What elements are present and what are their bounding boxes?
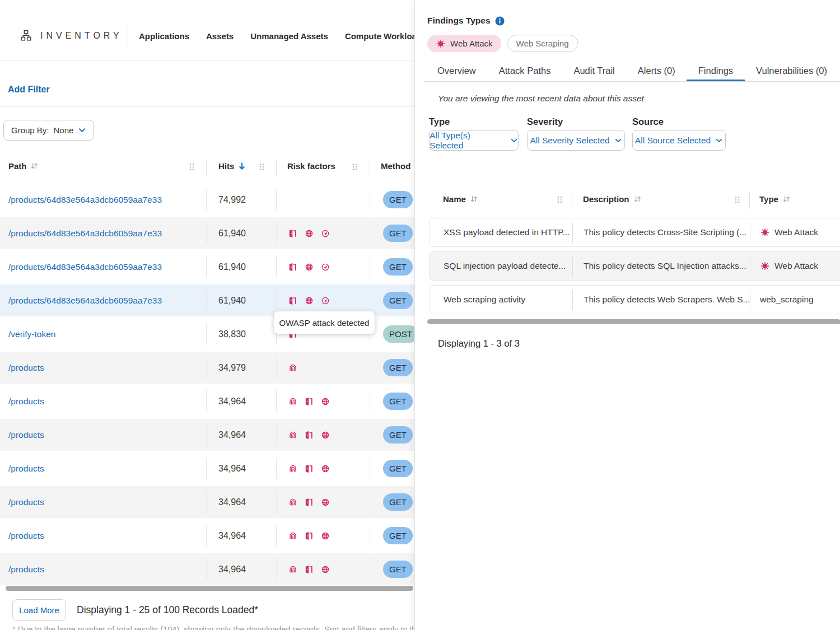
fingerprint-icon[interactable] [288, 464, 298, 474]
table-row[interactable]: /products/64d83e564a3dcb6059aa7e33 61,94… [0, 217, 414, 249]
drag-handle-icon[interactable] [188, 162, 196, 171]
group-by-dropdown[interactable]: Group By: None [3, 120, 94, 141]
paper-plane-icon[interactable] [320, 296, 330, 306]
horizontal-scrollbar[interactable] [427, 319, 840, 324]
nav-item-compute-workloads[interactable]: Compute Workloads [345, 31, 414, 41]
table-row[interactable]: /products 34,964 GET [0, 520, 414, 552]
info-icon[interactable] [495, 16, 505, 26]
risk-factor-tooltip: OWASP attack detected [274, 311, 375, 334]
tab-alerts[interactable]: Alerts (0) [638, 60, 675, 82]
path-link[interactable]: /products/64d83e564a3dcb6059aa7e33 [8, 217, 162, 249]
drag-handle-icon[interactable] [556, 195, 564, 204]
nav-item-unmanaged-assets[interactable]: Unmanaged Assets [250, 31, 328, 41]
nav-item-assets[interactable]: Assets [206, 31, 234, 41]
chip-web-attack[interactable]: Web Attack [427, 35, 501, 52]
globe-icon[interactable] [320, 396, 330, 407]
finding-row[interactable]: XSS payload detected in HTTP... This pol… [429, 218, 840, 247]
drag-handle-icon[interactable] [258, 162, 266, 171]
fingerprint-icon[interactable] [288, 363, 298, 373]
globe-icon[interactable] [320, 464, 330, 474]
type-filter-dropdown[interactable]: All Type(s) Selected [429, 130, 519, 151]
door-open-icon[interactable] [304, 497, 314, 507]
path-link[interactable]: /products [8, 520, 44, 552]
table-row[interactable]: /products/64d83e564a3dcb6059aa7e33 74,99… [0, 184, 414, 216]
table-row[interactable]: /products 34,964 GET [0, 553, 414, 585]
column-header-description[interactable]: Description [583, 194, 642, 204]
door-open-icon[interactable] [288, 296, 298, 306]
table-row[interactable]: /products 34,964 GET [0, 452, 414, 484]
table-row[interactable]: /products 34,964 GET [0, 385, 414, 417]
cell-divider [206, 458, 207, 479]
table-row[interactable]: /products 34,964 GET [0, 419, 414, 451]
door-open-icon[interactable] [304, 564, 314, 575]
globe-icon[interactable] [304, 262, 314, 272]
drag-handle-icon[interactable] [351, 162, 359, 171]
sorted-desc-icon[interactable] [237, 162, 246, 171]
path-link[interactable]: /verify-token [8, 318, 55, 350]
door-open-icon[interactable] [304, 464, 314, 474]
tab-findings[interactable]: Findings [698, 60, 733, 82]
globe-icon[interactable] [320, 497, 330, 507]
path-link[interactable]: /products [8, 553, 44, 585]
column-header-hits[interactable]: Hits [218, 161, 246, 171]
web-attack-icon [436, 39, 446, 49]
load-more-button[interactable]: Load More [12, 599, 66, 621]
column-header-path[interactable]: Path [8, 161, 39, 171]
path-link[interactable]: /products [8, 486, 44, 518]
table-row[interactable]: /products/64d83e564a3dcb6059aa7e33 61,94… [0, 251, 414, 283]
door-open-icon[interactable] [304, 531, 314, 541]
sort-icon[interactable] [782, 195, 791, 203]
add-filter-button[interactable]: Add Filter [8, 85, 50, 95]
horizontal-scrollbar[interactable] [6, 586, 413, 591]
tab-attack-paths[interactable]: Attack Paths [499, 60, 551, 82]
globe-icon[interactable] [304, 296, 314, 306]
finding-row[interactable]: Web scraping activity This policy detect… [429, 285, 840, 314]
path-link[interactable]: /products/64d83e564a3dcb6059aa7e33 [8, 251, 162, 283]
fingerprint-icon[interactable] [288, 430, 298, 440]
column-header-risk-factors[interactable]: Risk factors [287, 161, 335, 171]
column-divider [206, 159, 207, 176]
path-link[interactable]: /products/64d83e564a3dcb6059aa7e33 [8, 184, 162, 216]
path-link[interactable]: /products [8, 385, 44, 417]
door-open-icon[interactable] [304, 430, 314, 440]
nav-item-applications[interactable]: Applications [139, 31, 189, 41]
chip-web-scraping[interactable]: Web Scraping [507, 35, 578, 52]
path-link[interactable]: /products [8, 452, 44, 484]
method-cell: POST [383, 318, 414, 350]
door-open-icon[interactable] [304, 396, 314, 407]
severity-filter-dropdown[interactable]: All Severity Selected [527, 130, 625, 151]
hits-value: 61,940 [218, 217, 246, 249]
fingerprint-icon[interactable] [288, 564, 298, 575]
fingerprint-icon[interactable] [288, 531, 298, 541]
sort-icon[interactable] [633, 195, 642, 203]
fingerprint-icon[interactable] [288, 396, 298, 407]
tab-audit-trail[interactable]: Audit Trail [573, 60, 614, 82]
globe-icon[interactable] [320, 531, 330, 541]
globe-icon[interactable] [320, 430, 330, 440]
sitemap-icon [20, 29, 32, 42]
paper-plane-icon[interactable] [320, 262, 330, 272]
table-row[interactable]: /products 34,964 GET [0, 486, 414, 518]
column-header-method[interactable]: Method [381, 161, 410, 171]
sort-icon[interactable] [470, 195, 478, 203]
sort-icon[interactable] [30, 162, 39, 170]
path-link[interactable]: /products [8, 419, 44, 451]
fingerprint-icon[interactable] [288, 497, 298, 507]
column-header-name[interactable]: Name [443, 194, 478, 204]
globe-icon[interactable] [320, 564, 330, 575]
source-filter-dropdown[interactable]: All Source Selected [632, 130, 726, 151]
paper-plane-icon[interactable] [320, 228, 330, 239]
column-header-type[interactable]: Type [759, 194, 791, 204]
tab-overview[interactable]: Overview [437, 60, 476, 82]
finding-description: This policy detects Web Scrapers. Web S.… [584, 286, 750, 314]
globe-icon[interactable] [304, 228, 314, 239]
door-open-icon[interactable] [288, 262, 298, 272]
tab-vulnerabilities[interactable]: Vulnerabilities (0) [756, 60, 827, 82]
path-link[interactable]: /products [8, 352, 44, 384]
finding-row[interactable]: SQL injection payload detecte... This po… [429, 251, 840, 281]
drag-handle-icon[interactable] [733, 195, 741, 204]
door-open-icon[interactable] [288, 228, 298, 239]
path-link[interactable]: /products/64d83e564a3dcb6059aa7e33 [8, 284, 162, 316]
table-row[interactable]: /products 34,979 GET [0, 352, 414, 384]
cell-divider [206, 525, 207, 547]
